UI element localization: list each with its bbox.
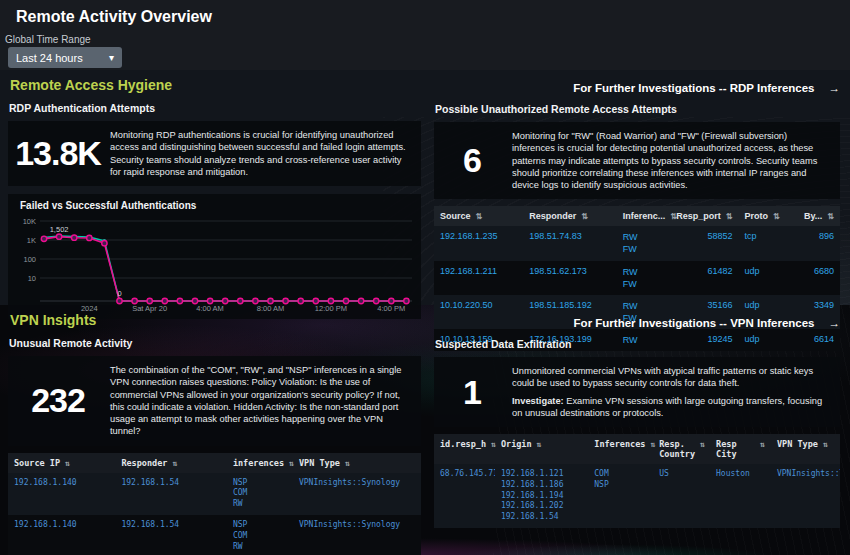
vpn-sessions-table: Source IP⇅Responder⇅inferences⇅VPN Type⇅… [8, 453, 421, 555]
column-header-source[interactable]: Source⇅ [434, 206, 523, 226]
column-label: Inferences [594, 439, 645, 449]
column-header-id_resp_h[interactable]: id.resp_h⇅ [434, 434, 495, 464]
svg-text:10K: 10K [23, 217, 36, 226]
sort-icon: ⇅ [581, 212, 588, 221]
column-label: Resp City [716, 439, 755, 459]
column-label: Responder [121, 458, 167, 468]
cell-source_ip[interactable]: 192.168.1.140 [8, 515, 115, 555]
cell-vpn_type[interactable]: VPNInsights::Synology [293, 515, 421, 555]
section-title-remote-access-hygiene: Remote Access Hygiene [10, 77, 421, 93]
remote-activity-dashboard: Remote Activity Overview Global Time Ran… [0, 0, 850, 555]
exfil-description-1: Unmonitored commercial VPNs with atypica… [512, 365, 830, 390]
sort-icon: ⇅ [65, 459, 70, 468]
chart-title: Failed vs Successful Authentications [20, 200, 417, 211]
column-label: By... [804, 211, 822, 221]
unauthorized-description: Monitoring for "RW" (Road Warrior) and "… [504, 126, 834, 195]
column-label: Source IP [14, 458, 60, 468]
cell-responder[interactable]: 198.51.62.173 [523, 261, 616, 295]
column-header-source_ip[interactable]: Source IP⇅ [8, 453, 115, 473]
time-range-value: Last 24 hours [16, 52, 109, 64]
exfiltration-table: id.resp_h⇅Origin⇅Inferences⇅Resp. Countr… [434, 434, 840, 528]
panel-title-unusual-remote-activity: Unusual Remote Activity [9, 337, 421, 349]
column-header-vpn_type[interactable]: VPN Type⇅ [771, 434, 840, 464]
column-label: Resp_port [676, 211, 721, 221]
column-header-responder[interactable]: Responder⇅ [523, 206, 616, 226]
top-band: Remote Access Hygiene RDP Authentication… [0, 70, 850, 305]
stat-exfil-count: 1 [440, 361, 504, 423]
auth-chart-panel: Failed vs Successful Authentications 10K… [8, 194, 421, 319]
column-header-inferences[interactable]: Inferenc...⇅ [617, 206, 678, 226]
column-header-inferences[interactable]: Inferences⇅ [588, 434, 653, 464]
sort-icon: ⇅ [172, 459, 177, 468]
unauthorized-stat-panel: 6 Monitoring for "RW" (Road Warrior) and… [434, 122, 840, 199]
arrow-right-icon: → [829, 82, 841, 94]
column-label: Inferenc... [623, 211, 666, 221]
svg-text:0: 0 [117, 289, 121, 298]
column-header-inferences[interactable]: inferences⇅ [227, 453, 293, 473]
panel-title-unauthorized-attempts: Possible Unauthorized Remote Access Atte… [435, 103, 840, 115]
cell-id_resp_h[interactable]: 68.76.145.71 [434, 464, 495, 528]
table-row: 192.168.1.140192.168.1.54NSPCOMRWVPNInsi… [8, 515, 421, 555]
vpn-inferences-link[interactable]: For Further Investigations -- VPN Infere… [434, 317, 840, 329]
cell-source_ip[interactable]: 192.168.1.140 [8, 473, 115, 515]
stat-unauthorized-count: 6 [440, 126, 504, 195]
column-header-resp_city[interactable]: Resp City⇅ [710, 434, 771, 464]
cell-resp_city[interactable]: Houston [710, 464, 771, 528]
column-header-resp_port[interactable]: Resp_port⇅ [678, 206, 739, 226]
column-header-bytes[interactable]: By...⇅ [783, 206, 840, 226]
column-header-proto[interactable]: Proto⇅ [738, 206, 783, 226]
cell-inferences[interactable]: NSPCOMRW [227, 473, 293, 515]
rdp-hygiene-section: Remote Access Hygiene RDP Authentication… [0, 70, 427, 305]
chevron-down-icon: ▾ [109, 52, 114, 63]
cell-bytes[interactable]: 896 [783, 226, 840, 260]
svg-text:1K: 1K [27, 236, 36, 245]
cell-responder[interactable]: 192.168.1.54 [115, 473, 227, 515]
bottom-band: VPN Insights Unusual Remote Activity 232… [0, 305, 850, 555]
vpn-stat-panel: 232 The combination of the "COM", "RW", … [8, 356, 421, 446]
sort-icon: ⇅ [773, 212, 780, 221]
panel-title-rdp-auth-attempts: RDP Authentication Attempts [9, 102, 421, 114]
cell-inferences[interactable]: RWFW [617, 226, 678, 260]
exfil-description: Unmonitored commercial VPNs with atypica… [504, 361, 834, 423]
cell-vpn_type[interactable]: VPNInsights::Synology [293, 473, 421, 515]
rdp-auth-description: Monitoring RDP authentications is crucia… [102, 125, 415, 182]
column-label: Proto [744, 211, 768, 221]
sort-icon: ⇅ [345, 459, 350, 468]
rdp-investigations-section: For Further Investigations -- RDP Infere… [427, 70, 850, 305]
cell-proto[interactable]: udp [738, 261, 783, 295]
cell-inferences[interactable]: COMNSP [588, 464, 653, 528]
cell-resp_port[interactable]: 61482 [678, 261, 739, 295]
cell-inferences[interactable]: NSPCOMRW [227, 515, 293, 555]
time-range-dropdown[interactable]: Last 24 hours ▾ [8, 47, 122, 68]
cell-proto[interactable]: tcp [738, 226, 783, 260]
cell-resp_country[interactable]: US [653, 464, 710, 528]
table-header-row: Source⇅Responder⇅Inferenc...⇅Resp_port⇅P… [434, 206, 840, 226]
cell-responder[interactable]: 198.51.74.83 [523, 226, 616, 260]
column-header-resp_country[interactable]: Resp. Country⇅ [653, 434, 710, 464]
cell-vpn_type[interactable]: VPNInsights::T [771, 464, 840, 528]
column-header-vpn_type[interactable]: VPN Type⇅ [293, 453, 421, 473]
cell-source[interactable]: 192.168.1.211 [434, 261, 523, 295]
cell-resp_port[interactable]: 58852 [678, 226, 739, 260]
cell-bytes[interactable]: 6680 [783, 261, 840, 295]
cell-inferences[interactable]: RWFW [617, 261, 678, 295]
sort-icon: ⇅ [827, 212, 834, 221]
cell-origin[interactable]: 192.168.1.121192.168.1.186192.168.1.1941… [495, 464, 588, 528]
stat-rdp-auth-count: 13.8K [14, 125, 102, 182]
cell-source[interactable]: 192.168.1.235 [434, 226, 523, 260]
section-title-vpn-insights: VPN Insights [10, 312, 421, 328]
column-label: VPN Type [777, 439, 818, 449]
cell-responder[interactable]: 192.168.1.54 [115, 515, 227, 555]
failed-vs-successful-line-chart[interactable]: 10K1K100102024Sat Apr 204:00 AM8:00 AM12… [14, 211, 418, 315]
sort-icon: ⇅ [476, 212, 483, 221]
column-label: VPN Type [299, 458, 340, 468]
time-range-label: Global Time Range [5, 34, 91, 45]
table-row: 68.76.145.71192.168.1.121192.168.1.18619… [434, 464, 840, 528]
exfil-description-2: Investigate: Examine VPN sessions with l… [512, 395, 830, 420]
rdp-inferences-link[interactable]: For Further Investigations -- RDP Infere… [434, 82, 840, 94]
vpn-description: The combination of the "COM", "RW", and … [102, 360, 415, 442]
column-header-origin[interactable]: Origin⇅ [495, 434, 588, 464]
sort-icon: ⇅ [700, 440, 705, 449]
table-header-row: id.resp_h⇅Origin⇅Inferences⇅Resp. Countr… [434, 434, 840, 464]
column-header-responder[interactable]: Responder⇅ [115, 453, 227, 473]
